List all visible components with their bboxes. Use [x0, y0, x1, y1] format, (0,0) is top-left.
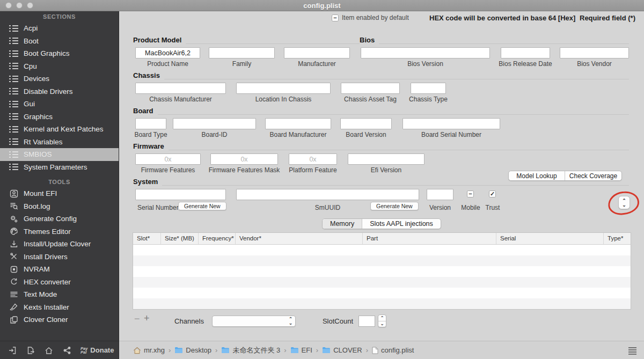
menu-icon[interactable]: [628, 347, 636, 348]
location-in-chassis-field[interactable]: [236, 83, 331, 94]
bios-version-field[interactable]: [361, 47, 490, 58]
sidebar-item-boot-graphics[interactable]: Boot Graphics: [0, 47, 119, 60]
main-panel: − Item enabled by default HEX code will …: [119, 11, 644, 359]
firmware-features-field[interactable]: [135, 153, 201, 165]
column-header-frequency: Frequency* (MHz): [198, 233, 235, 244]
model-buttons: Model Lookup Check Coverage: [508, 171, 622, 181]
field-label: Bios Vendor: [577, 60, 612, 68]
generate-serial-button[interactable]: Generate New: [178, 202, 226, 210]
board-manufacturer-field[interactable]: [265, 118, 331, 129]
tool-generate-config[interactable]: Generate Config: [0, 213, 119, 225]
remove-row-button[interactable]: −: [134, 315, 140, 323]
sidebar-item-kernel-and-kext-patches[interactable]: Kernel and Kext Patches: [0, 123, 119, 136]
sidebar-item-acpi[interactable]: Acpi: [0, 22, 119, 35]
sidebar-item-system-parameters[interactable]: System Parameters: [0, 161, 119, 174]
item-enabled-checkbox[interactable]: −: [332, 14, 339, 21]
product-name-field[interactable]: [135, 47, 200, 58]
table-row[interactable]: [133, 288, 631, 298]
tool-text-mode[interactable]: Text Mode: [0, 288, 119, 301]
table-row[interactable]: [133, 266, 631, 277]
sidebar-item-graphics[interactable]: Graphics: [0, 111, 119, 123]
tool-install-update-clover[interactable]: Install/Update Clover: [0, 238, 119, 251]
zoom-window-button[interactable]: [27, 2, 33, 9]
table-row[interactable]: [133, 277, 631, 288]
board-id-field[interactable]: [173, 118, 256, 129]
divider: [133, 185, 629, 186]
board-version-field[interactable]: [340, 118, 392, 129]
sidebar-item-cpu[interactable]: Cpu: [0, 60, 119, 73]
check-coverage-button[interactable]: Check Coverage: [565, 171, 621, 180]
sidebar-item-smbios[interactable]: SMBIOS: [0, 148, 119, 161]
breadcrumb-home[interactable]: mr.xhg: [133, 346, 165, 354]
tool-themes-editor[interactable]: Themes Editor: [0, 225, 119, 238]
breadcrumb-desktop[interactable]: Desktop: [174, 346, 211, 354]
export-file-icon[interactable]: [26, 346, 35, 355]
item-enabled-checkbox-group: − Item enabled by default: [332, 13, 409, 23]
board-serial-number-field[interactable]: [402, 118, 500, 129]
tool-kexts-installer[interactable]: Kexts Installer: [0, 301, 119, 314]
firmware-features-mask-field[interactable]: [210, 153, 278, 165]
field-label: Platform Feature: [289, 166, 336, 174]
add-row-button[interactable]: +: [144, 314, 150, 322]
close-window-button[interactable]: [5, 2, 12, 9]
table-row[interactable]: [133, 245, 631, 255]
minimize-window-button[interactable]: [16, 2, 23, 9]
breadcrumb-clover[interactable]: CLOVER: [322, 346, 362, 354]
field-label: Bios Version: [407, 60, 443, 68]
home-icon[interactable]: [44, 346, 53, 355]
breadcrumb-efi[interactable]: EFI: [290, 346, 312, 354]
sidebar-item-rt-variables[interactable]: Rt Variables: [0, 136, 119, 149]
field-label: Board-ID: [201, 131, 227, 138]
table-row[interactable]: [133, 298, 631, 309]
manufacturer-group: Manufacturer: [284, 47, 350, 68]
stepper-up-button[interactable]: ⌃: [378, 315, 386, 321]
manufacturer-field[interactable]: [284, 47, 350, 58]
breadcrumb-untitled-folder[interactable]: 未命名文件夹 3: [221, 346, 280, 355]
red-annotation-circle: [607, 190, 640, 216]
chassis-manufacturer-field[interactable]: [135, 83, 226, 94]
bios-vendor-field[interactable]: [560, 47, 629, 58]
slotcount-stepper[interactable]: ⌃ ⌄: [378, 314, 386, 327]
tool-clover-cloner[interactable]: Clover Cloner: [0, 313, 119, 326]
sidebar-item-label: Gui: [24, 100, 35, 108]
smuuid-field[interactable]: [236, 189, 419, 200]
channels-dropdown[interactable]: ⌃⌄: [212, 316, 296, 327]
family-field[interactable]: [209, 47, 275, 58]
check-glyph: ✓: [490, 191, 495, 197]
tool-hex-converter[interactable]: HEX converter: [0, 276, 119, 289]
tool-nvram[interactable]: NVRAM: [0, 263, 119, 276]
import-icon[interactable]: [8, 346, 17, 355]
field-label: Location In Chassis: [255, 96, 312, 103]
tool-install-drivers[interactable]: Install Drivers: [0, 251, 119, 263]
trust-checkbox[interactable]: ✓: [489, 191, 496, 197]
stepper-down-button[interactable]: ⌄: [378, 321, 386, 327]
tab-memory[interactable]: Memory: [323, 219, 362, 229]
tab-slots-aapl-injections[interactable]: Slots AAPL injections: [362, 219, 441, 229]
slotcount-field[interactable]: [358, 316, 375, 327]
sidebar-item-boot[interactable]: Boot: [0, 35, 119, 48]
model-lookup-button[interactable]: Model Lookup: [509, 171, 565, 180]
version-field[interactable]: [427, 189, 453, 200]
mobile-checkbox[interactable]: −: [467, 191, 474, 197]
generate-smuuid-button[interactable]: Generate New: [370, 202, 419, 210]
donate-button[interactable]: PayPal Donate: [80, 346, 114, 354]
bios-release-date-field[interactable]: [501, 47, 550, 58]
board-type-field[interactable]: [135, 118, 166, 129]
serial-number-field[interactable]: [135, 189, 226, 200]
sidebar-item-devices[interactable]: Devices: [0, 72, 119, 85]
table-row[interactable]: [133, 255, 631, 266]
tool-boot-log[interactable]: Boot.log: [0, 200, 119, 213]
disk-user-icon: [9, 189, 18, 198]
field-label: Product Name: [147, 60, 188, 68]
share-icon[interactable]: [62, 346, 71, 355]
tool-mount-efi[interactable]: Mount EFI: [0, 187, 119, 200]
sidebar-item-disable-drivers[interactable]: Disable Drivers: [0, 85, 119, 98]
breadcrumb-separator: ›: [366, 346, 368, 354]
folder-icon: [322, 347, 331, 354]
sidebar-item-gui[interactable]: Gui: [0, 98, 119, 111]
platform-feature-field[interactable]: [289, 153, 337, 165]
chassis-type-field[interactable]: [411, 83, 446, 94]
breadcrumb-config-plist[interactable]: config.plist: [372, 346, 414, 354]
efi-version-field[interactable]: [348, 153, 425, 165]
chassis-asset-tag-field[interactable]: [341, 83, 400, 94]
